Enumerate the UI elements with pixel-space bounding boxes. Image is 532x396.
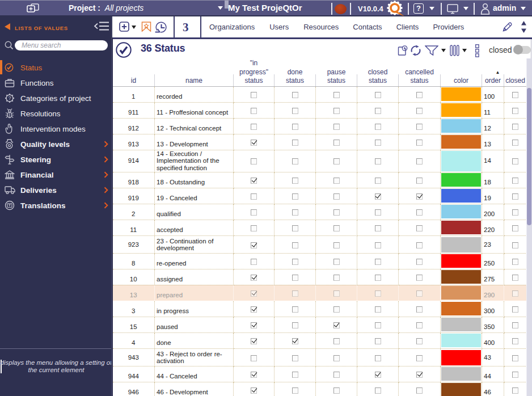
svg-text:?: ?: [8, 95, 11, 101]
